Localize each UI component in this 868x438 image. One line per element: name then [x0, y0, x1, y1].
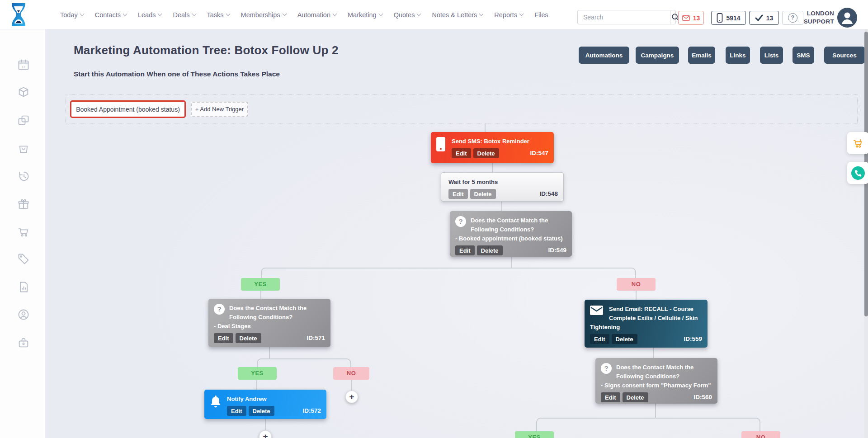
cart-icon[interactable]: [17, 226, 30, 238]
node-condition: ? Does the Contact Match the Following C…: [208, 299, 330, 347]
trigger-button[interactable]: Booked Appointment (booked status): [70, 100, 186, 118]
edit-button[interactable]: Edit: [448, 189, 468, 199]
chevron-down-icon: [226, 12, 230, 16]
nav-tasks[interactable]: Tasks: [207, 11, 230, 19]
mail-notifications-badge[interactable]: 13: [678, 11, 704, 25]
question-icon: ?: [214, 304, 225, 315]
edit-button[interactable]: Edit: [227, 406, 246, 416]
node-id: ID:547: [530, 149, 548, 158]
chevron-down-icon: [378, 12, 383, 16]
cart-icon: [853, 138, 863, 149]
check-icon: [755, 14, 763, 21]
edit-button[interactable]: Edit: [455, 245, 475, 255]
lock-icon[interactable]: [17, 336, 30, 349]
nav-automation[interactable]: Automation: [297, 11, 336, 19]
connector: [655, 404, 656, 418]
no-badge: NO: [617, 278, 656, 291]
pages-icon[interactable]: [17, 114, 30, 127]
gift-icon[interactable]: [17, 198, 30, 211]
tasks-done-badge[interactable]: 13: [749, 11, 779, 25]
no-badge: NO: [741, 431, 780, 438]
delete-button[interactable]: Delete: [470, 189, 496, 199]
no-badge: NO: [333, 367, 369, 380]
search-box: [577, 10, 676, 24]
search-input[interactable]: [578, 10, 670, 24]
nav-marketing[interactable]: Marketing: [348, 11, 382, 19]
yes-badge: YES: [238, 367, 277, 380]
node-id: ID:548: [539, 189, 558, 198]
phone-call-icon: [851, 166, 865, 180]
nav-notes-letters[interactable]: Notes & Letters: [432, 11, 483, 19]
connector: [492, 163, 493, 172]
tab-emails[interactable]: Emails: [688, 47, 715, 64]
node-title: Does the Contact Match the Following Con…: [229, 305, 307, 320]
nav-contacts[interactable]: Contacts: [95, 11, 127, 19]
smartphone-icon: [717, 13, 723, 23]
nav-reports[interactable]: Reports: [494, 11, 523, 19]
connector: [269, 347, 270, 358]
node-title: Notify Andrew: [227, 396, 267, 402]
chevron-down-icon: [282, 12, 287, 16]
add-new-trigger-button[interactable]: + Add New Trigger: [191, 102, 248, 117]
history-icon[interactable]: [17, 170, 30, 183]
delete-button[interactable]: Delete: [612, 334, 637, 344]
avatar[interactable]: [837, 8, 857, 28]
support-user-icon[interactable]: [17, 308, 30, 321]
price-tag-icon[interactable]: [17, 253, 30, 265]
envelope-icon: [590, 306, 604, 318]
nav-deals[interactable]: Deals: [173, 11, 195, 19]
left-sidebar: 12: [0, 29, 46, 438]
branch-split: [261, 268, 636, 278]
node-wait: Wait for 5 months Edit Delete ID:548: [441, 172, 564, 202]
calendar-icon[interactable]: 12: [17, 58, 30, 71]
nav-files[interactable]: Files: [534, 11, 548, 19]
account-name: LONDON SUPPORT: [796, 9, 834, 26]
chevron-down-icon: [417, 12, 421, 16]
node-send-email: Send Email: RECALL - Course Complete Exi…: [585, 300, 708, 348]
delete-button[interactable]: Delete: [473, 148, 499, 158]
app-logo[interactable]: [9, 3, 28, 28]
package-icon[interactable]: [17, 86, 30, 99]
delete-button[interactable]: Delete: [623, 392, 648, 402]
nav-today[interactable]: Today: [60, 11, 84, 19]
chevron-down-icon: [158, 12, 162, 16]
add-step-button[interactable]: +: [345, 391, 358, 403]
node-title: Send SMS: Botox Reminder: [452, 138, 529, 145]
cart-float-button[interactable]: [847, 132, 868, 154]
shopping-bag-icon[interactable]: [17, 142, 30, 155]
phone-count-badge[interactable]: 5914: [711, 11, 746, 25]
tab-lists[interactable]: Lists: [760, 47, 783, 64]
bell-icon: [210, 395, 222, 413]
report-icon[interactable]: [17, 281, 30, 293]
call-float-button[interactable]: [847, 162, 868, 184]
nav-quotes[interactable]: Quotes: [394, 11, 421, 19]
edit-button[interactable]: Edit: [590, 334, 609, 344]
chevron-down-icon: [123, 12, 127, 16]
chevron-down-icon: [479, 12, 484, 16]
tab-sms[interactable]: SMS: [793, 47, 814, 64]
question-icon: ?: [601, 363, 612, 374]
node-id: ID:571: [307, 334, 325, 343]
edit-button[interactable]: Edit: [452, 148, 471, 158]
delete-button[interactable]: Delete: [249, 406, 274, 416]
nav-memberships[interactable]: Memberships: [241, 11, 286, 19]
chevron-down-icon: [519, 12, 524, 16]
question-icon: ?: [455, 216, 466, 227]
connector: [265, 419, 266, 430]
tab-sources[interactable]: Sources: [824, 47, 865, 64]
edit-button[interactable]: Edit: [214, 333, 233, 343]
node-condition-text: - Deal Stages: [214, 322, 325, 331]
delete-button[interactable]: Delete: [236, 333, 261, 343]
node-id: ID:559: [684, 334, 702, 344]
nav-leads[interactable]: Leads: [138, 11, 162, 19]
tab-automations[interactable]: Automations: [579, 47, 629, 64]
edit-button[interactable]: Edit: [601, 392, 620, 402]
delete-button[interactable]: Delete: [477, 245, 503, 255]
tab-campaigns[interactable]: Campaigns: [636, 47, 679, 64]
node-id: ID:572: [302, 406, 321, 415]
node-condition: ? Does the Contact Match the Following C…: [450, 211, 572, 257]
node-condition-text: - Booked appointment (booked status): [455, 234, 566, 243]
node-title: Wait for 5 months: [448, 179, 498, 185]
node-condition: ? Does the Contact Match the Following C…: [595, 358, 717, 404]
tab-links[interactable]: Links: [726, 47, 750, 64]
